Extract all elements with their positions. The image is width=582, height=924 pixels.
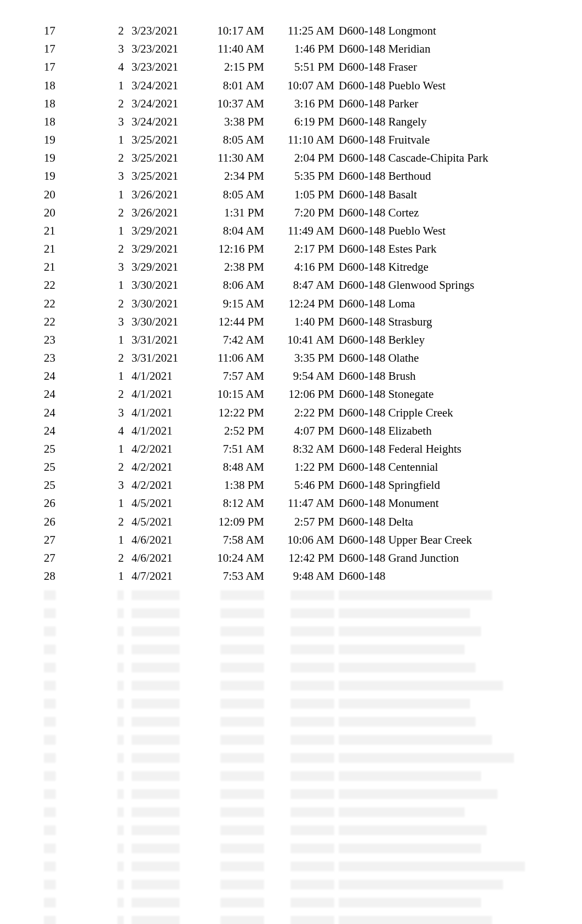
cell-c: 4/2/2021 bbox=[132, 476, 203, 494]
cell-d: 2:38 PM bbox=[203, 258, 274, 276]
cell-a: 21 bbox=[44, 222, 104, 240]
redacted-cell bbox=[274, 603, 339, 621]
cell-c: 3/30/2021 bbox=[132, 313, 203, 331]
cell-c: 4/1/2021 bbox=[132, 367, 203, 385]
redacted-cell bbox=[339, 784, 538, 802]
cell-c: 3/30/2021 bbox=[132, 295, 203, 313]
cell-d: 12:44 PM bbox=[203, 313, 274, 331]
redacted-cell bbox=[339, 676, 538, 694]
redacted-row bbox=[44, 621, 538, 640]
redacted-cell bbox=[339, 621, 538, 640]
cell-c: 3/30/2021 bbox=[132, 276, 203, 294]
redacted-cell bbox=[104, 784, 132, 802]
cell-e: 1:22 PM bbox=[274, 458, 339, 476]
redacted-row bbox=[44, 658, 538, 676]
cell-a: 28 bbox=[44, 567, 104, 585]
redacted-cell bbox=[104, 875, 132, 893]
cell-f: D600-148 Estes Park bbox=[339, 240, 538, 258]
cell-f: D600-148 Rangely bbox=[339, 113, 538, 131]
redacted-cell bbox=[274, 802, 339, 820]
redacted-cell bbox=[44, 875, 104, 893]
cell-c: 4/2/2021 bbox=[132, 458, 203, 476]
redacted-cell bbox=[104, 857, 132, 875]
redacted-cell bbox=[44, 730, 104, 748]
redacted-cell bbox=[132, 766, 203, 784]
cell-f: D600-148 Centennial bbox=[339, 458, 538, 476]
cell-a: 24 bbox=[44, 404, 104, 422]
cell-c: 3/26/2021 bbox=[132, 204, 203, 222]
cell-f: D600-148 Berthoud bbox=[339, 167, 538, 185]
redacted-row bbox=[44, 585, 538, 603]
cell-d: 11:30 AM bbox=[203, 149, 274, 167]
cell-e: 12:06 PM bbox=[274, 385, 339, 403]
redacted-cell bbox=[44, 585, 104, 603]
redacted-cell bbox=[104, 893, 132, 911]
cell-a: 26 bbox=[44, 494, 104, 512]
cell-c: 3/23/2021 bbox=[132, 22, 203, 40]
table-row: 2313/31/20217:42 AM10:41 AMD600-148 Berk… bbox=[44, 331, 538, 349]
cell-c: 3/25/2021 bbox=[132, 167, 203, 185]
redacted-cell bbox=[339, 748, 538, 766]
redacted-cell bbox=[132, 676, 203, 694]
redacted-cell bbox=[132, 893, 203, 911]
cell-a: 22 bbox=[44, 313, 104, 331]
redacted-cell bbox=[274, 839, 339, 857]
cell-b: 3 bbox=[104, 167, 132, 185]
redacted-cell bbox=[339, 694, 538, 712]
redacted-cell bbox=[339, 712, 538, 730]
cell-e: 4:16 PM bbox=[274, 258, 339, 276]
cell-e: 2:17 PM bbox=[274, 240, 339, 258]
redacted-cell bbox=[274, 621, 339, 640]
redacted-row bbox=[44, 603, 538, 621]
cell-a: 25 bbox=[44, 458, 104, 476]
redacted-cell bbox=[104, 911, 132, 924]
redacted-cell bbox=[104, 766, 132, 784]
cell-c: 3/25/2021 bbox=[132, 131, 203, 149]
cell-d: 8:01 AM bbox=[203, 77, 274, 95]
log-table: 1723/23/202110:17 AM11:25 AMD600-148 Lon… bbox=[44, 22, 538, 924]
cell-a: 24 bbox=[44, 385, 104, 403]
redacted-cell bbox=[339, 839, 538, 857]
redacted-cell bbox=[274, 766, 339, 784]
cell-b: 3 bbox=[104, 476, 132, 494]
cell-f: D600-148 Brush bbox=[339, 367, 538, 385]
cell-d: 3:38 PM bbox=[203, 113, 274, 131]
redacted-cell bbox=[203, 893, 274, 911]
redacted-cell bbox=[44, 893, 104, 911]
cell-e: 10:41 AM bbox=[274, 331, 339, 349]
table-row: 2814/7/20217:53 AM9:48 AMD600-148 bbox=[44, 567, 538, 585]
redacted-cell bbox=[274, 640, 339, 658]
redacted-cell bbox=[132, 603, 203, 621]
redacted-cell bbox=[339, 875, 538, 893]
cell-e: 1:05 PM bbox=[274, 186, 339, 204]
redacted-cell bbox=[339, 911, 538, 924]
redacted-row bbox=[44, 802, 538, 820]
cell-d: 8:48 AM bbox=[203, 458, 274, 476]
redacted-cell bbox=[44, 802, 104, 820]
cell-b: 4 bbox=[104, 58, 132, 76]
cell-b: 1 bbox=[104, 186, 132, 204]
redacted-cell bbox=[339, 802, 538, 820]
redacted-cell bbox=[203, 748, 274, 766]
table-row: 2213/30/20218:06 AM8:47 AMD600-148 Glenw… bbox=[44, 276, 538, 294]
redacted-cell bbox=[44, 694, 104, 712]
cell-b: 2 bbox=[104, 549, 132, 567]
cell-c: 4/7/2021 bbox=[132, 567, 203, 585]
cell-a: 26 bbox=[44, 513, 104, 531]
cell-a: 17 bbox=[44, 40, 104, 58]
cell-b: 2 bbox=[104, 458, 132, 476]
table-row: 2514/2/20217:51 AM8:32 AMD600-148 Federa… bbox=[44, 440, 538, 458]
cell-a: 27 bbox=[44, 549, 104, 567]
cell-e: 5:35 PM bbox=[274, 167, 339, 185]
cell-e: 5:46 PM bbox=[274, 476, 339, 494]
redacted-cell bbox=[203, 676, 274, 694]
cell-c: 3/31/2021 bbox=[132, 349, 203, 367]
redacted-row bbox=[44, 875, 538, 893]
cell-b: 1 bbox=[104, 567, 132, 585]
redacted-cell bbox=[339, 820, 538, 839]
redacted-cell bbox=[274, 875, 339, 893]
cell-a: 25 bbox=[44, 476, 104, 494]
cell-e: 9:48 AM bbox=[274, 567, 339, 585]
table-row: 1933/25/20212:34 PM5:35 PMD600-148 Berth… bbox=[44, 167, 538, 185]
redacted-cell bbox=[339, 640, 538, 658]
